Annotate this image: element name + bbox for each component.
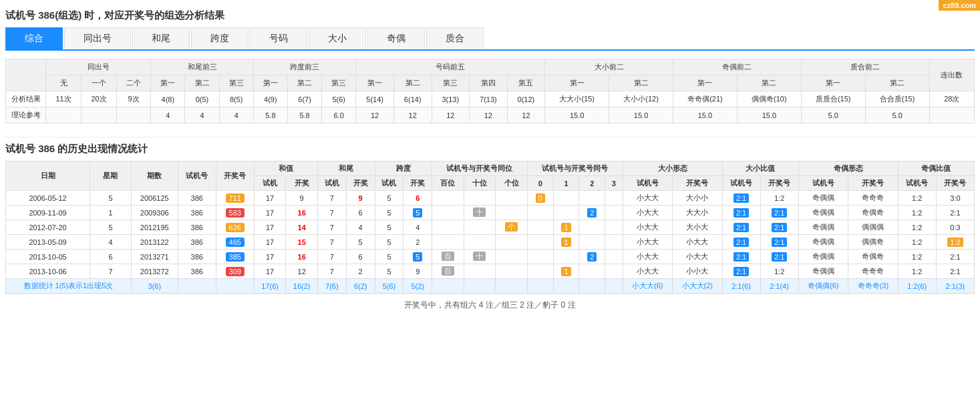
td-week: 7	[90, 264, 132, 279]
td-theory-qo2: 15.0	[737, 107, 801, 123]
td-stats-dxbo: 2:1(4)	[760, 279, 798, 294]
th-qobo: 开奖号	[936, 176, 974, 191]
th-qot: 试机号	[798, 176, 848, 191]
td-period: 2013122	[131, 235, 178, 250]
analysis-table: 同出号 和尾前三 跨度前三 号码前五 大小前二 奇偶前二 质合前二 连出数 无 …	[5, 59, 975, 123]
td-t3	[605, 191, 623, 206]
td-hw-trial: 7	[317, 206, 346, 220]
td-date: 2013-10-05	[6, 250, 90, 264]
td-theory-tc1	[81, 107, 117, 123]
td-hz-open: 9	[286, 191, 318, 206]
td-kd-open: 2	[403, 235, 432, 250]
th-dxbizhi: 大小比值	[722, 161, 798, 176]
td-date: 2009-11-09	[6, 206, 90, 220]
analysis-section: 同出号 和尾前三 跨度前三 号码前五 大小前二 奇偶前二 质合前二 连出数 无 …	[5, 59, 975, 123]
tab-号码[interactable]: 号码	[250, 27, 307, 49]
td-shi	[464, 235, 496, 250]
td-stats-qobo: 2:1(3)	[936, 279, 974, 294]
th-tongchu: 同出号	[46, 59, 151, 75]
tab-和尾[interactable]: 和尾	[132, 27, 190, 49]
footer-note: 开奖号中，共有组六 4 注／组三 2 注／豹子 0 注	[5, 294, 975, 316]
td-dxo: 大小大	[673, 220, 723, 235]
td-theory-hm2: 12	[393, 107, 432, 123]
th-num2: 2	[579, 176, 605, 191]
td-trial-num: 386	[178, 206, 216, 220]
td-hm2: 6(14)	[393, 91, 432, 107]
table-row: 2006-05-12 5 2006125 386 711 17 9 7 9 5 …	[6, 191, 975, 206]
td-kd-trial: 5	[375, 191, 403, 206]
tab-同出号[interactable]: 同出号	[64, 27, 131, 49]
th-wu: 无	[46, 75, 81, 91]
td-bai: 百	[432, 250, 464, 264]
th-kd-open: 开奖	[403, 176, 432, 191]
td-hw-open: 4	[346, 220, 375, 235]
td-t2: 2	[579, 206, 605, 220]
td-qobo: 1:2	[936, 235, 974, 250]
td-hz-open: 16	[286, 206, 318, 220]
td-ge	[496, 235, 528, 250]
td-dxt: 小大大	[623, 206, 673, 220]
td-trial-num: 386	[178, 250, 216, 264]
td-stats-kdo: 5(2)	[403, 279, 432, 294]
td-dxt: 小大大	[623, 220, 673, 235]
th-lianshu: 连出数	[929, 59, 974, 91]
td-t0	[527, 206, 553, 220]
tab-奇偶[interactable]: 奇偶	[367, 27, 425, 49]
th-trial: 试机号	[178, 161, 216, 191]
td-qoo: 奇奇奇	[848, 191, 899, 206]
td-hw-open: 6	[346, 206, 375, 220]
th-dxt: 试机号	[623, 176, 673, 191]
td-kd-open: 9	[403, 264, 432, 279]
td-qoo: 奇奇奇	[848, 264, 899, 279]
td-shi	[464, 191, 496, 206]
th-num3: 3	[605, 176, 623, 191]
section2-title: 试机号 386 的历史出现情况统计	[5, 137, 975, 161]
td-dxbt: 2:1	[722, 264, 760, 279]
tab-综合[interactable]: 综合	[5, 27, 63, 49]
td-theory-hw1: 4	[151, 107, 185, 123]
td-hw-open: 6	[346, 250, 375, 264]
td-hz-open: 16	[286, 250, 318, 264]
td-dxo: 小大大	[673, 250, 723, 264]
td-zh1v: 质质合(15)	[801, 91, 865, 107]
td-open-num: 465	[216, 235, 254, 250]
td-shi	[464, 264, 496, 279]
td-ge: 个	[496, 220, 528, 235]
td-hz-trial: 17	[254, 250, 286, 264]
td-week: 5	[90, 220, 132, 235]
section1-title: 试机号 386(组选) 时，对应开奖号的组选分析结果	[5, 5, 975, 27]
tab-大小[interactable]: 大小	[309, 27, 366, 49]
td-open-num: 711	[216, 191, 254, 206]
td-stats-qot: 奇偶偶(6)	[798, 279, 848, 294]
table-row: 2013-05-09 4 2013122 386 465 17 15 7 5 5…	[6, 235, 975, 250]
th-zhihe: 质合前二	[801, 59, 929, 75]
th-yige: 一个	[81, 75, 117, 91]
td-stats-t2	[579, 279, 605, 294]
td-qo2v: 偶偶奇(10)	[737, 91, 801, 107]
td-hz-trial: 17	[254, 264, 286, 279]
th-haoma: 号码前五	[356, 59, 545, 75]
td-zh2v: 合合质(15)	[865, 91, 929, 107]
th-dx1: 第一	[545, 75, 609, 91]
td-kd-open: 6	[403, 191, 432, 206]
th-qo2: 第二	[737, 75, 801, 91]
td-stats-qobt: 1:2(6)	[898, 279, 936, 294]
td-ge	[496, 191, 528, 206]
td-theory-hm1: 12	[356, 107, 394, 123]
td-qobt: 1:2	[898, 235, 936, 250]
tab-跨度[interactable]: 跨度	[191, 27, 249, 49]
td-theory-lcs	[929, 107, 974, 123]
th-dxo: 开奖号	[673, 176, 723, 191]
td-stats-period: 3(6)	[131, 279, 178, 294]
th-hewei2: 第二	[185, 75, 219, 91]
th-num0: 0	[527, 176, 553, 191]
td-qot: 奇偶偶	[798, 235, 848, 250]
td-kd-open: 5	[403, 250, 432, 264]
td-t0	[527, 220, 553, 235]
td-hw-open: 5	[346, 235, 375, 250]
td-t2	[579, 264, 605, 279]
td-ge	[496, 250, 528, 264]
tab-质合[interactable]: 质合	[426, 27, 484, 49]
td-tc2: 9次	[117, 91, 151, 107]
th-tongnum: 试机号与开奖号同号	[527, 161, 623, 176]
